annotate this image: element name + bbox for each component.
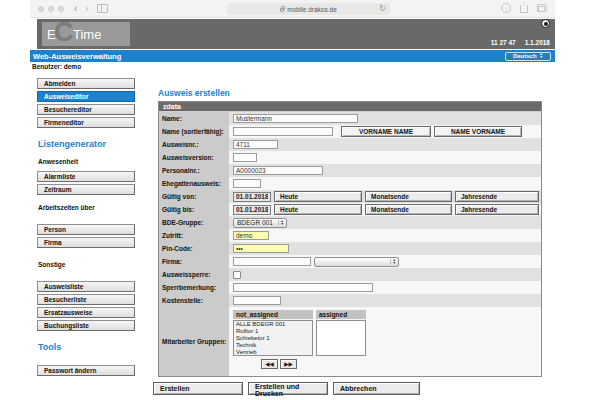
ausweisversion-input[interactable] — [233, 153, 257, 162]
field-label-mitarbeiter-gruppen: Mitarbeiter Gruppen: — [159, 307, 229, 376]
sidebar-item-firmeneditor[interactable]: Firmeneditor — [37, 117, 135, 128]
list-item[interactable]: Schiebetor 1 — [234, 335, 312, 342]
etime-logo: C E Time — [42, 22, 130, 46]
traffic-lights — [38, 6, 64, 12]
move-all-left-button[interactable]: ◀◀ — [261, 359, 278, 369]
heading-tools: Tools — [38, 342, 135, 352]
sidebar-item-besucherliste[interactable]: Besucherliste — [37, 294, 135, 305]
bde-gruppe-select-value: BDEGR 001 — [237, 219, 273, 226]
gueltig-von-monatsende-button[interactable]: Monatsende — [365, 191, 452, 202]
pin-code-input[interactable] — [233, 244, 289, 253]
sperrbemerkung-input[interactable] — [233, 283, 373, 292]
label-arbeitszeiten: Arbeitszeiten über — [38, 204, 135, 211]
move-all-right-button[interactable]: ▶▶ — [280, 359, 297, 369]
address-url: mobile.drakos.de — [287, 6, 337, 13]
gueltig-bis-heute-button[interactable]: Heute — [274, 204, 362, 215]
form-row-ausweisversion: Ausweisversion: — [159, 151, 541, 164]
form-row-gueltig-bis: Gültig bis: Heute Monatsende Jahresende — [159, 203, 541, 216]
abbrechen-button[interactable]: Abbrechen — [333, 382, 420, 395]
gueltig-von-heute-button[interactable]: Heute — [274, 191, 362, 202]
form-actions: Erstellen Erstellen und Drucken Abbreche… — [153, 382, 420, 395]
select-stepper-icon: ▲▼ — [278, 220, 286, 226]
downloads-icon[interactable]: ↓ — [501, 3, 511, 13]
sidebar-item-besuchereditor[interactable]: Besuchereditor — [37, 104, 135, 115]
sidebar-item-firma[interactable]: Firma — [37, 237, 135, 248]
kostenstelle-input[interactable] — [233, 296, 281, 305]
logo-text-e: E — [47, 27, 56, 42]
field-label-ehegattenausweis: Ehegattenausweis: — [159, 177, 229, 190]
sidebar-item-zeitraum[interactable]: Zeitraum — [37, 184, 135, 195]
gueltig-bis-monatsende-button[interactable]: Monatsende — [365, 204, 452, 215]
not-assigned-listbox[interactable]: ALLE BDEGR 001 Rolltor 1 Schiebetor 1 Te… — [233, 320, 313, 356]
page-close-icon[interactable] — [541, 19, 550, 28]
zutritt-input[interactable] — [233, 231, 269, 240]
lock-icon — [280, 8, 284, 12]
gueltig-bis-jahresende-button[interactable]: Jahresende — [455, 204, 539, 215]
firma-input[interactable] — [233, 257, 311, 266]
close-window-icon[interactable] — [38, 6, 44, 12]
list-item[interactable]: Vertrieb — [234, 349, 312, 356]
tabs-icon[interactable] — [537, 4, 547, 12]
sidebar-item-alarmliste[interactable]: Alarmliste — [37, 171, 135, 182]
clock-time: 11 27 47 — [491, 39, 516, 46]
form-row-ausweissperre: Ausweissperre: — [159, 268, 541, 281]
clock-date: 1.1.2018 — [525, 39, 550, 46]
user-line: Benutzer: demo — [32, 63, 81, 70]
form-row-pin-code: Pin-Code: — [159, 242, 541, 255]
name-input[interactable] — [233, 114, 358, 123]
reload-icon[interactable]: ↻ — [379, 4, 386, 13]
sidebar-item-ersatzausweise[interactable]: Ersatzausweise — [37, 307, 135, 318]
form-row-bde-gruppe: BDE-Gruppe: BDEGR 001 ▲▼ — [159, 216, 541, 229]
form-row-ehegattenausweis: Ehegattenausweis: — [159, 177, 541, 190]
ausweissperre-checkbox[interactable] — [233, 271, 241, 279]
field-label-gueltig-bis: Gültig bis: — [159, 203, 229, 216]
sidebar: Abmelden Ausweiseditor Besuchereditor Fi… — [37, 78, 135, 378]
name-vorname-button[interactable]: NAME VORNAME — [434, 126, 522, 137]
form-row-zutritt: Zutritt: — [159, 229, 541, 242]
zoom-window-icon[interactable] — [58, 6, 64, 12]
assigned-listbox[interactable] — [316, 320, 366, 356]
list-item[interactable]: ALLE BDEGR 001 — [234, 321, 312, 328]
sidebar-item-buchungsliste[interactable]: Buchungsliste — [37, 320, 135, 331]
minimize-window-icon[interactable] — [48, 6, 54, 12]
address-bar[interactable]: mobile.drakos.de ↻ — [227, 3, 390, 15]
field-label-firma: Firma: — [159, 255, 229, 268]
ausweisnr-input[interactable] — [233, 140, 278, 149]
ausweis-form: zdata Name: Name (sortierfähig): VORNAME… — [158, 101, 542, 377]
select-stepper-icon: ▲▼ — [390, 259, 398, 265]
list-item[interactable]: Rolltor 1 — [234, 328, 312, 335]
language-select[interactable]: Deutsch ▲▼ — [505, 52, 551, 61]
erstellen-und-drucken-button[interactable]: Erstellen und Drucken — [248, 382, 328, 395]
forward-icon[interactable]: › — [85, 4, 88, 14]
form-row-kostenstelle: Kostenstelle: — [159, 294, 541, 307]
sidebar-item-ausweiseditor[interactable]: Ausweiseditor — [37, 91, 135, 102]
personalnr-input[interactable] — [233, 166, 323, 175]
sidebar-item-ausweisliste[interactable]: Ausweisliste — [37, 281, 135, 292]
listbox-header-assigned: assigned — [316, 310, 366, 319]
gueltig-von-jahresende-button[interactable]: Jahresende — [455, 191, 539, 202]
sidebar-toggle-icon[interactable] — [97, 4, 108, 13]
language-select-value: Deutsch — [513, 53, 537, 59]
ehegattenausweis-input[interactable] — [233, 179, 261, 188]
field-label-name: Name: — [159, 112, 229, 125]
browser-chrome: ‹ › mobile.drakos.de ↻ ↓ — [30, 0, 555, 18]
list-item[interactable]: Technik — [234, 342, 312, 349]
bde-gruppe-select[interactable]: BDEGR 001 ▲▼ — [233, 218, 287, 228]
share-icon[interactable] — [520, 5, 528, 13]
sidebar-item-person[interactable]: Person — [37, 224, 135, 235]
erstellen-button[interactable]: Erstellen — [153, 382, 243, 395]
vorname-name-button[interactable]: VORNAME NAME — [341, 126, 431, 137]
name-sort-input[interactable] — [233, 127, 333, 136]
sidebar-item-passwort-aendern[interactable]: Passwort ändern — [37, 365, 135, 376]
form-row-ausweisnr: Ausweisnr.: — [159, 138, 541, 151]
heading-listengenerator: Listengenerator — [38, 139, 135, 149]
gueltig-bis-input[interactable] — [233, 205, 271, 215]
firma-select[interactable]: ▲▼ — [314, 257, 399, 267]
label-anwesenheit: Anwesenheit — [38, 158, 135, 165]
form-row-mitarbeiter-gruppen: Mitarbeiter Gruppen: not_assigned assign… — [159, 307, 541, 376]
field-label-name-sort: Name (sortierfähig): — [159, 125, 229, 138]
sidebar-item-abmelden[interactable]: Abmelden — [37, 78, 135, 89]
back-icon[interactable]: ‹ — [74, 4, 77, 14]
gueltig-von-input[interactable] — [233, 192, 271, 202]
field-label-personalnr: Personalnr.: — [159, 164, 229, 177]
